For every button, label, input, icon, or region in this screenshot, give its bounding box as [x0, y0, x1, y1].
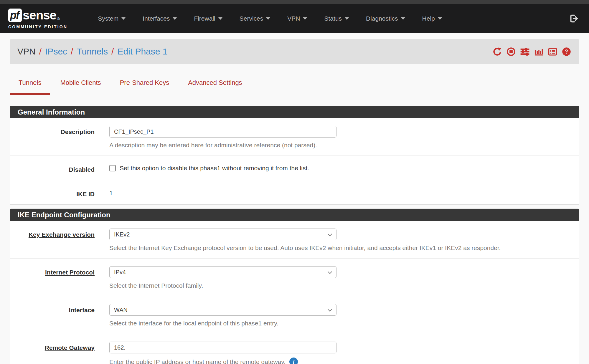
nav-item-system[interactable]: System — [89, 11, 134, 26]
field-control: Enter the public IP address or host name… — [109, 342, 573, 364]
info-icon[interactable]: i — [289, 358, 298, 364]
pfsense-logo[interactable]: pf sense ® COMMUNITY EDITION — [8, 8, 67, 29]
header-action-icons: ? — [493, 47, 571, 56]
nav-menu: System Interfaces Firewall Services VPN … — [89, 11, 451, 26]
chevron-down-icon — [328, 269, 332, 274]
field-help: Select the Internet Protocol family. — [109, 282, 573, 289]
description-input[interactable] — [109, 126, 336, 138]
breadcrumb-link-ipsec[interactable]: IPsec — [45, 47, 67, 57]
nav-item-label: System — [98, 15, 118, 22]
community-edition-label: COMMUNITY EDITION — [8, 24, 67, 29]
field-label: Disabled — [10, 163, 109, 173]
nav-item-services[interactable]: Services — [231, 11, 279, 26]
breadcrumb-link-tunnels[interactable]: Tunnels — [77, 47, 108, 57]
nav-item-label: Interfaces — [143, 15, 170, 22]
select-value: IKEv2 — [114, 231, 130, 238]
form-row-remote-gateway: Remote Gateway Enter the public IP addre… — [10, 334, 579, 364]
form-row-ike-id: IKE ID 1 — [10, 180, 579, 204]
nav-item-label: Firewall — [194, 15, 215, 22]
ike-id-value: 1 — [109, 188, 573, 197]
tab-pre-shared-keys[interactable]: Pre-Shared Keys — [111, 79, 178, 95]
chevron-down-icon — [328, 231, 332, 236]
window-top-strip — [0, 0, 589, 4]
form-row-description: Description A description may be entered… — [10, 118, 579, 155]
nav-item-status[interactable]: Status — [316, 11, 357, 26]
nav-item-diagnostics[interactable]: Diagnostics — [357, 11, 414, 26]
field-help: Select the Internet Key Exchange protoco… — [109, 244, 573, 252]
chevron-down-icon — [328, 307, 332, 312]
form-row-interface: Interface WAN Select the interface for t… — [10, 296, 579, 334]
registered-mark: ® — [57, 17, 60, 21]
key-exchange-version-select[interactable]: IKEv2 — [109, 229, 336, 240]
internet-protocol-select[interactable]: IPv4 — [109, 266, 336, 278]
sense-logo-text: sense — [23, 8, 56, 22]
nav-item-firewall[interactable]: Firewall — [185, 11, 231, 26]
breadcrumb-separator: / — [111, 47, 114, 57]
caret-down-icon — [121, 17, 126, 20]
remote-gateway-input[interactable] — [109, 342, 336, 353]
select-value: WAN — [114, 307, 128, 313]
nav-item-label: Diagnostics — [366, 15, 398, 22]
list-icon[interactable] — [548, 47, 557, 56]
nav-right — [570, 14, 578, 23]
field-help: A description may be entered here for ad… — [109, 142, 573, 149]
bar-chart-icon[interactable] — [534, 47, 543, 56]
caret-down-icon — [218, 17, 222, 20]
refresh-icon[interactable] — [493, 47, 502, 56]
caret-down-icon — [303, 17, 307, 20]
tab-advanced-settings[interactable]: Advanced Settings — [179, 79, 251, 95]
breadcrumb-current-edit-phase-1: Edit Phase 1 — [117, 47, 167, 57]
pf-logo-box: pf — [8, 9, 22, 22]
field-control: IKEv2 Select the Internet Key Exchange p… — [109, 229, 573, 252]
nav-item-label: Services — [240, 15, 263, 22]
field-control: A description may be entered here for ad… — [109, 126, 573, 149]
nav-item-label: Help — [422, 15, 435, 22]
field-label: IKE ID — [10, 188, 109, 198]
nav-item-label: VPN — [287, 15, 300, 22]
stop-circle-icon[interactable] — [506, 47, 516, 56]
checkbox-line: Set this option to disable this phase1 w… — [109, 163, 573, 172]
panel-heading: General Information — [10, 106, 579, 118]
field-control: WAN Select the interface for the local e… — [109, 304, 573, 327]
field-label: Key Exchange version — [10, 229, 109, 252]
select-value: IPv4 — [114, 269, 126, 276]
field-help: Enter the public IP address or host name… — [109, 358, 573, 364]
pfsense-logo-row: pf sense ® — [8, 8, 67, 22]
form-row-internet-protocol: Internet Protocol IPv4 Select the Intern… — [10, 258, 579, 296]
nav-item-interfaces[interactable]: Interfaces — [134, 11, 185, 26]
breadcrumb-separator: / — [39, 47, 42, 57]
form-row-key-exchange-version: Key Exchange version IKEv2 Select the In… — [10, 221, 579, 258]
sliders-icon[interactable] — [520, 47, 529, 56]
tab-mobile-clients[interactable]: Mobile Clients — [51, 79, 110, 95]
nav-item-label: Status — [324, 15, 342, 22]
field-control: Set this option to disable this phase1 w… — [109, 163, 573, 173]
help-icon[interactable]: ? — [562, 47, 571, 56]
field-control: 1 — [109, 188, 573, 198]
tab-tunnels[interactable]: Tunnels — [10, 79, 50, 95]
field-label: Internet Protocol — [10, 266, 109, 289]
help-text: Enter the public IP address or host name… — [109, 358, 286, 364]
breadcrumb: VPN / IPsec / Tunnels / Edit Phase 1 — [17, 47, 168, 57]
nav-item-help[interactable]: Help — [414, 11, 451, 26]
checkbox-text: Set this option to disable this phase1 w… — [120, 165, 309, 172]
sign-out-icon[interactable] — [570, 14, 578, 23]
field-label: Interface — [10, 304, 109, 327]
panel-ike-endpoint-configuration: IKE Endpoint Configuration Key Exchange … — [10, 209, 579, 364]
panel-general-information: General Information Description A descri… — [10, 106, 579, 205]
nav-item-vpn[interactable]: VPN — [279, 11, 316, 26]
disabled-checkbox[interactable] — [109, 165, 116, 171]
interface-select[interactable]: WAN — [109, 304, 336, 316]
caret-down-icon — [438, 17, 442, 20]
panel-heading: IKE Endpoint Configuration — [10, 209, 579, 221]
main-navbar: pf sense ® COMMUNITY EDITION System Inte… — [0, 4, 589, 33]
form-row-disabled: Disabled Set this option to disable this… — [10, 155, 579, 180]
field-label: Remote Gateway — [10, 342, 109, 364]
svg-text:?: ? — [565, 48, 568, 54]
pf-logo-text: pf — [10, 9, 20, 21]
field-label: Description — [10, 126, 109, 149]
caret-down-icon — [173, 17, 177, 20]
field-help: Select the interface for the local endpo… — [109, 320, 573, 327]
field-control: IPv4 Select the Internet Protocol family… — [109, 266, 573, 289]
caret-down-icon — [345, 17, 349, 20]
page-header-bar: VPN / IPsec / Tunnels / Edit Phase 1 — [10, 39, 579, 64]
